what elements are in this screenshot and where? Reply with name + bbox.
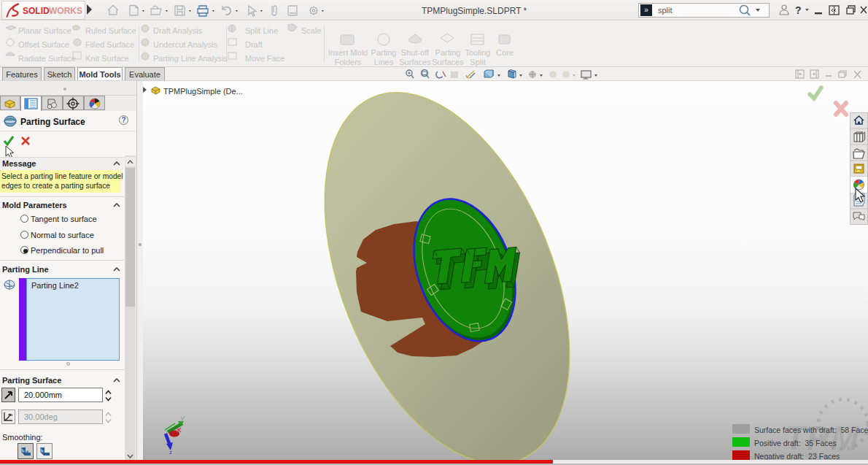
- svg-text:WORKS: WORKS: [49, 6, 82, 16]
- svg-text:a: a: [10, 412, 13, 417]
- svg-text:?: ?: [795, 4, 802, 16]
- svg-text:z: z: [169, 449, 172, 456]
- svg-text:SOLID: SOLID: [23, 6, 50, 16]
